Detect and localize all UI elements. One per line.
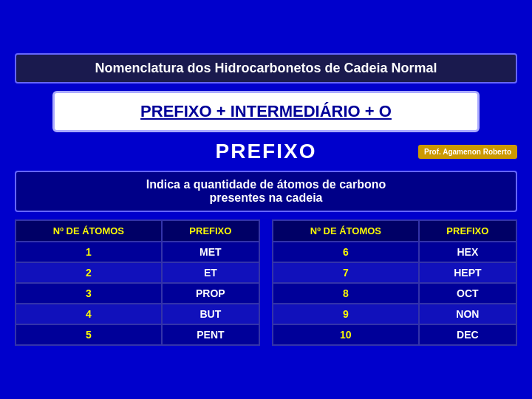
formula-box: PREFIXO + INTERMEDIÁRIO + O (52, 91, 480, 132)
atom-number: 5 (16, 324, 162, 345)
table-row: 5 PENT (16, 324, 259, 345)
description-box: Indica a quantidade de átomos de carbono… (15, 171, 517, 212)
table-row: 10 DEC (273, 324, 516, 345)
prefix-value: DEC (419, 324, 516, 345)
table-row: 8 OCT (273, 283, 516, 304)
prefix-value: HEX (419, 242, 516, 262)
table-row: 1 MET (16, 242, 259, 262)
formula-text: PREFIXO + INTERMEDIÁRIO + O (140, 102, 392, 120)
title-bar: Nomenclatura dos Hidrocarbonetos de Cade… (15, 53, 517, 83)
prefix-value: MET (162, 242, 259, 262)
table-row: 9 NON (273, 304, 516, 324)
atom-number: 1 (16, 242, 162, 262)
table-left-col1-header: Nº DE ÁTOMOS (16, 220, 162, 242)
table-right-col1-header: Nº DE ÁTOMOS (273, 220, 419, 242)
table-row: 6 HEX (273, 242, 516, 262)
table-left-col2-header: PREFIXO (162, 220, 259, 242)
table-row: 2 ET (16, 262, 259, 283)
prefix-value: OCT (419, 283, 516, 304)
prefix-value: ET (162, 262, 259, 283)
main-container: Nomenclatura dos Hidrocarbonetos de Cade… (15, 53, 517, 346)
desc-line2: presentes na cadeia (28, 191, 504, 205)
atom-number: 6 (273, 242, 419, 262)
table-left: Nº DE ÁTOMOS PREFIXO 1 MET 2 ET 3 PROP 4… (15, 219, 260, 346)
desc-line1: Indica a quantidade de átomos de carbono (28, 178, 504, 191)
prefix-value: PROP (162, 283, 259, 304)
atom-number: 8 (273, 283, 419, 304)
prefix-value: BUT (162, 304, 259, 324)
atom-number: 3 (16, 283, 162, 304)
table-row: 4 BUT (16, 304, 259, 324)
table-right: Nº DE ÁTOMOS PREFIXO 6 HEX 7 HEPT 8 OCT … (272, 219, 517, 346)
prefix-value: PENT (162, 324, 259, 345)
table-row: 3 PROP (16, 283, 259, 304)
atom-number: 2 (16, 262, 162, 283)
atom-number: 9 (273, 304, 419, 324)
atom-number: 7 (273, 262, 419, 283)
prefix-value: HEPT (419, 262, 516, 283)
professor-badge: Prof. Agamenon Roberto (418, 145, 517, 159)
tables-row: Nº DE ÁTOMOS PREFIXO 1 MET 2 ET 3 PROP 4… (15, 219, 517, 346)
prefix-value: NON (419, 304, 516, 324)
table-row: 7 HEPT (273, 262, 516, 283)
table-right-col2-header: PREFIXO (419, 220, 516, 242)
atom-number: 4 (16, 304, 162, 324)
prefixo-label: PREFIXO (216, 140, 317, 163)
page-title: Nomenclatura dos Hidrocarbonetos de Cade… (95, 61, 437, 75)
prefixo-row: PREFIXO Prof. Agamenon Roberto (15, 140, 517, 163)
atom-number: 10 (273, 324, 419, 345)
